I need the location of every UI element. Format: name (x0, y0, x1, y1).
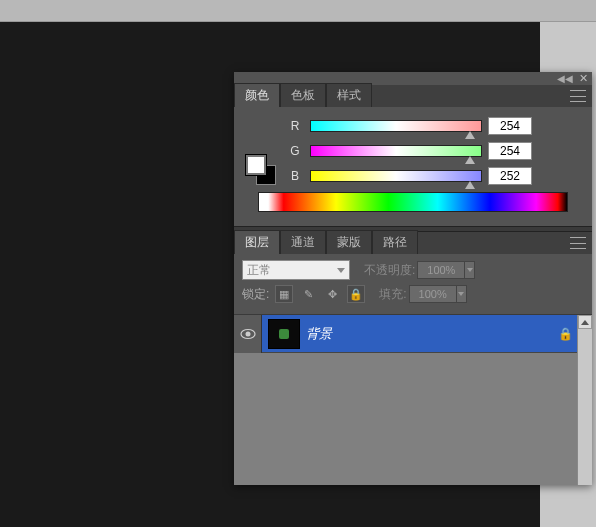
app-menubar (0, 0, 596, 22)
tab-masks[interactable]: 蒙版 (326, 230, 372, 254)
lock-indicator-icon: 🔒 (558, 327, 578, 341)
chevron-down-icon (337, 268, 345, 273)
slider-row-b: B 252 (286, 167, 582, 185)
panels-container: ◀◀ ✕ 颜色 色板 样式 R 254 G 254 B 252 (234, 72, 592, 485)
label-g: G (286, 144, 304, 158)
slider-row-g: G 254 (286, 142, 582, 160)
slider-thumb-g[interactable] (465, 156, 475, 164)
color-spectrum[interactable] (258, 192, 568, 212)
layer-thumbnail[interactable] (268, 319, 300, 349)
layers-list: 背景 🔒 (234, 315, 592, 485)
fill-label: 填充: (379, 286, 406, 303)
layer-name[interactable]: 背景 (306, 325, 558, 343)
visibility-toggle[interactable] (234, 315, 262, 353)
scroll-up-icon[interactable] (578, 315, 592, 329)
slider-r[interactable] (310, 120, 482, 132)
slider-row-r: R 254 (286, 117, 582, 135)
slider-g[interactable] (310, 145, 482, 157)
fill-value[interactable]: 100% (409, 285, 457, 303)
slider-b[interactable] (310, 170, 482, 182)
layer-row[interactable]: 背景 🔒 (234, 315, 592, 353)
slider-thumb-r[interactable] (465, 131, 475, 139)
scrollbar[interactable] (577, 315, 592, 485)
fill-dropdown-icon[interactable] (457, 285, 467, 303)
tab-color[interactable]: 颜色 (234, 83, 280, 107)
layers-menu-icon[interactable] (570, 237, 586, 249)
eye-icon (240, 328, 256, 340)
label-b: B (286, 169, 304, 183)
color-panel-body: R 254 G 254 B 252 (234, 107, 592, 226)
tab-paths[interactable]: 路径 (372, 230, 418, 254)
value-g[interactable]: 254 (488, 142, 532, 160)
layers-tabs: 图层 通道 蒙版 路径 (234, 232, 592, 254)
panel-menu-icon[interactable] (570, 90, 586, 102)
lock-transparency-icon[interactable]: ▦ (275, 285, 293, 303)
tab-styles[interactable]: 样式 (326, 83, 372, 107)
value-r[interactable]: 254 (488, 117, 532, 135)
tab-swatches[interactable]: 色板 (280, 83, 326, 107)
label-r: R (286, 119, 304, 133)
color-tabs: 颜色 色板 样式 (234, 85, 592, 107)
blend-mode-value: 正常 (247, 262, 271, 279)
lock-position-icon[interactable]: ✥ (323, 285, 341, 303)
value-b[interactable]: 252 (488, 167, 532, 185)
close-icon[interactable]: ✕ (579, 72, 588, 85)
opacity-dropdown-icon[interactable] (465, 261, 475, 279)
blend-mode-select[interactable]: 正常 (242, 260, 350, 280)
fg-bg-swatches[interactable] (246, 155, 276, 185)
svg-point-1 (245, 331, 250, 336)
opacity-value[interactable]: 100% (417, 261, 465, 279)
lock-label: 锁定: (242, 286, 269, 303)
tab-layers[interactable]: 图层 (234, 230, 280, 254)
foreground-color-swatch[interactable] (246, 155, 266, 175)
slider-thumb-b[interactable] (465, 181, 475, 189)
layers-options: 正常 不透明度: 100% 锁定: ▦ ✎ ✥ 🔒 填充: 100% (234, 254, 592, 315)
thumbnail-content (279, 329, 289, 339)
lock-all-icon[interactable]: 🔒 (347, 285, 365, 303)
collapse-icon[interactable]: ◀◀ (557, 73, 573, 84)
opacity-label: 不透明度: (364, 262, 415, 279)
lock-paint-icon[interactable]: ✎ (299, 285, 317, 303)
tab-channels[interactable]: 通道 (280, 230, 326, 254)
lock-buttons: ▦ ✎ ✥ 🔒 (275, 285, 365, 303)
